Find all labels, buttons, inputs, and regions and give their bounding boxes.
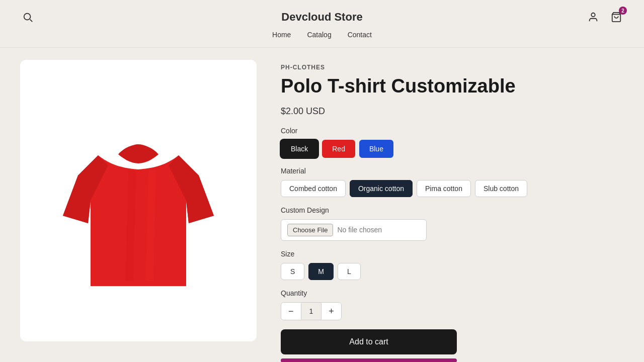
material-pima-button[interactable]: Pima cotton bbox=[417, 180, 471, 197]
nav-catalog[interactable]: Catalog bbox=[307, 31, 331, 39]
account-button[interactable] bbox=[586, 10, 601, 25]
search-button[interactable] bbox=[20, 10, 35, 25]
quantity-decrease-button[interactable]: − bbox=[281, 303, 301, 320]
size-label: Size bbox=[281, 250, 624, 258]
material-section: Material Combed cotton Organic cotton Pi… bbox=[281, 167, 624, 197]
material-combed-button[interactable]: Combed cotton bbox=[281, 180, 346, 197]
choose-file-label: Choose File bbox=[287, 224, 333, 236]
main-nav: Home Catalog Contact bbox=[20, 31, 624, 44]
color-red-button[interactable]: Red bbox=[322, 140, 355, 158]
custom-design-section: Custom Design Choose File No file chosen bbox=[281, 206, 624, 241]
size-l-button[interactable]: L bbox=[338, 263, 361, 280]
cart-badge: 2 bbox=[619, 7, 627, 15]
color-options: Black Red Blue bbox=[281, 140, 624, 158]
custom-design-label: Custom Design bbox=[281, 206, 624, 214]
material-slub-button[interactable]: Slub cotton bbox=[475, 180, 527, 197]
svg-point-2 bbox=[591, 13, 595, 17]
nav-home[interactable]: Home bbox=[272, 31, 291, 39]
store-title: Devcloud Store bbox=[281, 11, 362, 24]
product-price: $2.00 USD bbox=[281, 106, 624, 117]
svg-line-1 bbox=[30, 20, 33, 22]
product-title: Polo T-shirt Customizable bbox=[281, 75, 624, 98]
file-chosen-text: No file chosen bbox=[337, 226, 382, 234]
main-content: PH-CLOTHES Polo T-shirt Customizable $2.… bbox=[0, 48, 644, 362]
material-options: Combed cotton Organic cotton Pima cotton… bbox=[281, 180, 624, 197]
cart-wrapper: 2 bbox=[609, 10, 624, 25]
material-label: Material bbox=[281, 167, 624, 175]
color-section: Color Black Red Blue bbox=[281, 127, 624, 158]
product-brand: PH-CLOTHES bbox=[281, 64, 624, 71]
file-input-wrapper: Choose File No file chosen bbox=[281, 219, 427, 241]
color-label: Color bbox=[281, 127, 624, 135]
quantity-controls: − 1 + bbox=[281, 302, 342, 320]
product-image bbox=[48, 95, 229, 306]
size-options: S M L bbox=[281, 263, 624, 280]
size-s-button[interactable]: S bbox=[281, 263, 304, 280]
quantity-increase-button[interactable]: + bbox=[321, 303, 341, 320]
add-to-cart-button[interactable]: Add to cart bbox=[281, 329, 457, 354]
header: Devcloud Store 2 Home bbox=[0, 0, 644, 48]
nav-contact[interactable]: Contact bbox=[348, 31, 372, 39]
size-section: Size S M L bbox=[281, 250, 624, 280]
quantity-label: Quantity bbox=[281, 289, 624, 297]
file-input-label[interactable]: Choose File No file chosen bbox=[281, 219, 427, 241]
quantity-value: 1 bbox=[301, 303, 322, 319]
product-image-container bbox=[20, 60, 257, 341]
buy-now-bar bbox=[281, 358, 457, 362]
quantity-section: Quantity − 1 + bbox=[281, 289, 624, 320]
size-m-button[interactable]: M bbox=[308, 263, 334, 280]
color-blue-button[interactable]: Blue bbox=[359, 140, 393, 158]
product-details: PH-CLOTHES Polo T-shirt Customizable $2.… bbox=[281, 60, 624, 350]
color-black-button[interactable]: Black bbox=[281, 140, 318, 158]
svg-point-0 bbox=[24, 14, 31, 20]
material-organic-button[interactable]: Organic cotton bbox=[350, 180, 413, 197]
